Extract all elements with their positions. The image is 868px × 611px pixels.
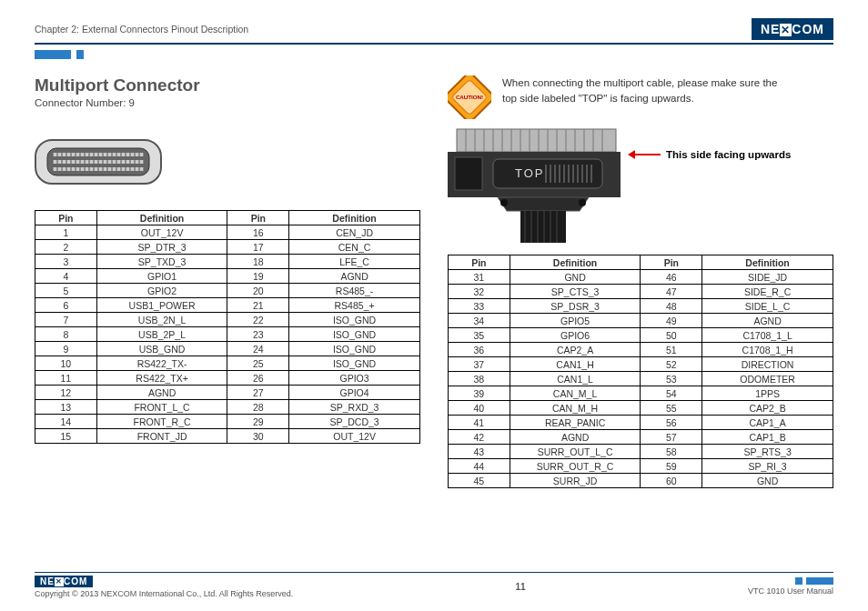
pin-cell: 43 [449, 445, 510, 459]
arrow-head-icon [628, 150, 635, 159]
multiport-connector-icon [35, 139, 162, 185]
def-cell: SURR_OUT_L_C [510, 445, 641, 459]
nav-back-button[interactable] [35, 50, 71, 59]
table-row: 43SURR_OUT_L_C58SP_RTS_3 [449, 445, 833, 459]
def-cell: GPIO2 [96, 284, 227, 298]
footer-right: VTC 1010 User Manual [748, 577, 833, 596]
warning-row: CAUTION! When connecting the multiport c… [448, 75, 833, 119]
pin-cell: 12 [35, 386, 97, 400]
def-cell: 1PPS [702, 386, 833, 401]
table-row: 38CAN1_L53ODOMETER [449, 372, 833, 386]
th-def: Definition [510, 255, 641, 270]
svg-text:CAUTION!: CAUTION! [456, 94, 483, 100]
pin-cell: 29 [227, 415, 289, 429]
footer-brand-logo: NE✕COM [35, 576, 93, 587]
def-cell: SIDE_L_C [702, 299, 833, 314]
pin-cell: 57 [641, 430, 702, 445]
table-row: 8USB_2P_L23ISO_GND [35, 327, 420, 342]
def-cell: SP_RXD_3 [289, 400, 420, 415]
pin-table-left: Pin Definition Pin Definition 1OUT_12V16… [35, 210, 420, 444]
pin-cell: 34 [449, 314, 510, 328]
def-cell: OUT_12V [289, 429, 420, 444]
pin-cell: 14 [35, 415, 97, 429]
chapter-title: Chapter 2: External Connectors Pinout De… [35, 24, 248, 35]
copyright-text: Copyright © 2013 NEXCOM International Co… [35, 589, 293, 598]
nav-forward-button[interactable] [76, 50, 84, 59]
pin-cell: 44 [449, 459, 510, 474]
pin-cell: 49 [641, 314, 702, 328]
def-cell: ISO_GND [289, 327, 420, 342]
table-row: 32SP_CTS_347SIDE_R_C [449, 285, 833, 299]
pin-cell: 35 [449, 328, 510, 343]
pin-cell: 2 [35, 240, 97, 255]
def-cell: USB_2N_L [96, 313, 227, 327]
def-cell: REAR_PANIC [510, 416, 641, 430]
table-row: 12AGND27GPIO4 [35, 386, 420, 400]
svg-point-62 [579, 199, 586, 206]
pin-cell: 42 [449, 430, 510, 445]
pin-cell: 60 [641, 474, 702, 488]
table-row: 9USB_GND24ISO_GND [35, 342, 420, 356]
connector-diagram [35, 139, 420, 185]
pin-cell: 59 [641, 459, 702, 474]
th-pin: Pin [35, 211, 97, 225]
th-def: Definition [289, 211, 420, 225]
def-cell: GND [510, 270, 641, 285]
th-def: Definition [96, 211, 227, 225]
pin-cell: 48 [641, 299, 702, 314]
arrow-label: This side facing upwards [666, 149, 791, 160]
svg-text:TOP: TOP [515, 166, 545, 180]
manual-name: VTC 1010 User Manual [748, 586, 833, 596]
def-cell: CAP1_B [702, 430, 833, 445]
pin-cell: 15 [35, 429, 97, 444]
def-cell: USB1_POWER [96, 298, 227, 313]
footer-nav-back[interactable] [795, 577, 802, 585]
table-row: 36CAP2_A51C1708_1_H [449, 343, 833, 357]
pin-cell: 7 [35, 313, 97, 327]
pin-cell: 27 [227, 386, 289, 400]
table-row: 11RS422_TX+26GPIO3 [35, 371, 420, 386]
pin-cell: 19 [227, 269, 289, 284]
pin-cell: 21 [227, 298, 289, 313]
caution-icon: CAUTION! [448, 75, 491, 119]
def-cell: SURR_OUT_R_C [510, 459, 641, 474]
table-row: 42AGND57CAP1_B [449, 430, 833, 445]
def-cell: RS422_TX+ [96, 371, 227, 386]
def-cell: GND [702, 474, 833, 488]
pin-cell: 8 [35, 327, 97, 342]
pin-cell: 32 [449, 285, 510, 299]
pin-cell: 16 [227, 225, 289, 240]
pin-cell: 58 [641, 445, 702, 459]
page-footer: NE✕COM Copyright © 2013 NEXCOM Internati… [35, 572, 833, 598]
def-cell: OUT_12V [96, 225, 227, 240]
def-cell: FRONT_L_C [96, 400, 227, 415]
pin-cell: 52 [641, 357, 702, 372]
def-cell: ISO_GND [289, 313, 420, 327]
def-cell: CEN_JD [289, 225, 420, 240]
pin-cell: 23 [227, 327, 289, 342]
table-row: 35GPIO650C1708_1_L [449, 328, 833, 343]
def-cell: AGND [96, 386, 227, 400]
def-cell: AGND [510, 430, 641, 445]
def-cell: SIDE_R_C [702, 285, 833, 299]
footer-nav-forward[interactable] [806, 577, 833, 585]
svg-point-61 [500, 199, 508, 206]
th-pin: Pin [227, 211, 289, 225]
pin-cell: 51 [641, 343, 702, 357]
table-row: 39CAN_M_L541PPS [449, 386, 833, 401]
table-row: 44SURR_OUT_R_C59SP_RI_3 [449, 459, 833, 474]
pin-cell: 33 [449, 299, 510, 314]
pin-cell: 22 [227, 313, 289, 327]
pin-cell: 11 [35, 371, 97, 386]
def-cell: SP_TXD_3 [96, 255, 227, 269]
def-cell: CAP2_B [702, 401, 833, 416]
table-row: 3SP_TXD_318LFE_C [35, 255, 420, 269]
th-pin: Pin [641, 255, 702, 270]
pin-cell: 54 [641, 386, 702, 401]
def-cell: SP_RTS_3 [702, 445, 833, 459]
pin-cell: 55 [641, 401, 702, 416]
pin-cell: 56 [641, 416, 702, 430]
pin-cell: 40 [449, 401, 510, 416]
table-row: 1OUT_12V16CEN_JD [35, 225, 420, 240]
table-row: 34GPIO549AGND [449, 314, 833, 328]
